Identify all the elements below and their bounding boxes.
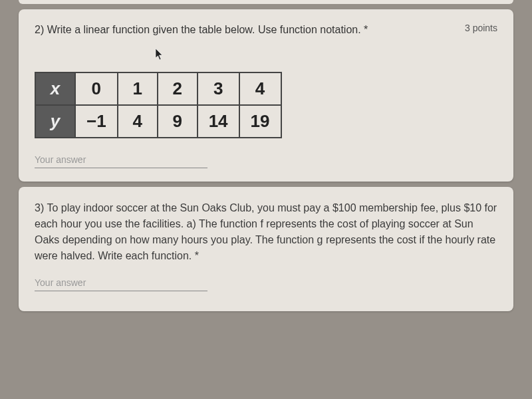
question-3-card: 3) To play indoor soccer at the Sun Oaks…: [19, 187, 513, 311]
question-3-answer-input[interactable]: [35, 275, 207, 291]
x-header: x: [35, 72, 75, 105]
mouse-cursor-icon: [154, 48, 165, 61]
table-row-x: x 0 1 2 3 4: [35, 72, 281, 105]
previous-card-bottom: [19, 0, 513, 4]
question-2-answer-input[interactable]: [35, 152, 207, 168]
y-val-4: 19: [239, 105, 281, 138]
y-val-3: 14: [198, 105, 239, 138]
question-3-prompt: 3) To play indoor soccer at the Sun Oaks…: [35, 200, 497, 264]
x-val-3: 3: [198, 72, 239, 105]
question-2-prompt: 2) Write a linear function given the tab…: [35, 23, 454, 37]
function-table: x 0 1 2 3 4 y −1 4 9 14 19: [35, 72, 497, 138]
question-2-points: 3 points: [465, 23, 497, 33]
answer-field-wrap-3: [35, 275, 497, 291]
x-val-4: 4: [239, 72, 281, 105]
question-2-header: 2) Write a linear function given the tab…: [35, 23, 497, 37]
x-val-2: 2: [158, 72, 198, 105]
y-val-2: 9: [158, 105, 198, 138]
question-2-card: 2) Write a linear function given the tab…: [19, 9, 513, 182]
y-val-0: −1: [75, 105, 118, 138]
x-val-1: 1: [118, 72, 158, 105]
table-row-y: y −1 4 9 14 19: [35, 105, 281, 138]
x-val-0: 0: [75, 72, 118, 105]
y-val-1: 4: [118, 105, 158, 138]
answer-field-wrap: [35, 152, 497, 168]
y-header: y: [35, 105, 75, 138]
